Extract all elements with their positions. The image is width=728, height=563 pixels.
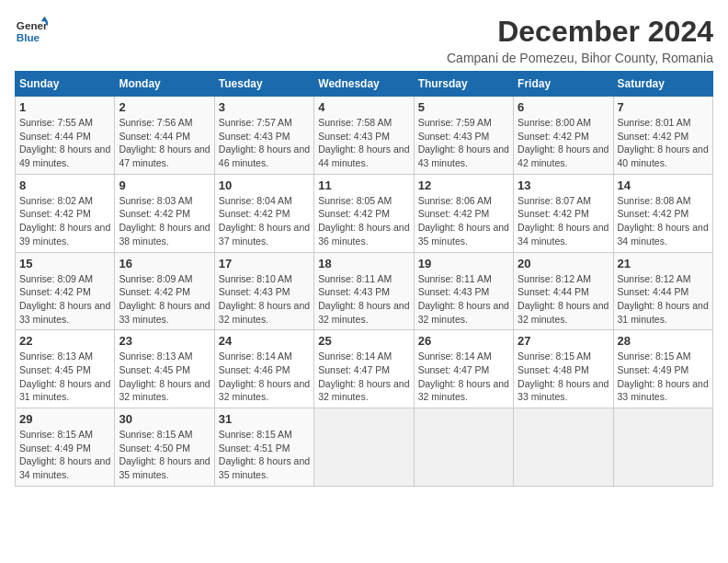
day-number: 31: [219, 412, 310, 426]
table-row: 25 Sunrise: 8:14 AMSunset: 4:47 PMDaylig…: [314, 330, 414, 408]
day-info: Sunrise: 8:08 AMSunset: 4:42 PMDaylight:…: [618, 195, 709, 247]
calendar-row: 29 Sunrise: 8:15 AMSunset: 4:49 PMDaylig…: [16, 408, 713, 487]
calendar-table: Sunday Monday Tuesday Wednesday Thursday…: [15, 71, 713, 487]
calendar-row: 15 Sunrise: 8:09 AMSunset: 4:42 PMDaylig…: [16, 252, 713, 330]
day-info: Sunrise: 8:14 AMSunset: 4:46 PMDaylight:…: [219, 350, 310, 402]
table-row: 2 Sunrise: 7:56 AMSunset: 4:44 PMDayligh…: [115, 97, 214, 175]
table-row: 9 Sunrise: 8:03 AMSunset: 4:42 PMDayligh…: [115, 174, 214, 252]
day-number: 15: [19, 257, 110, 270]
day-number: 6: [518, 100, 609, 114]
table-row: 3 Sunrise: 7:57 AMSunset: 4:43 PMDayligh…: [214, 97, 313, 175]
day-info: Sunrise: 8:09 AMSunset: 4:42 PMDaylight:…: [19, 273, 110, 325]
col-saturday: Saturday: [613, 72, 712, 97]
day-info: Sunrise: 8:03 AMSunset: 4:42 PMDaylight:…: [119, 195, 210, 247]
day-info: Sunrise: 8:11 AMSunset: 4:43 PMDaylight:…: [318, 273, 409, 325]
day-info: Sunrise: 7:58 AMSunset: 4:43 PMDaylight:…: [318, 117, 409, 168]
table-row: 11 Sunrise: 8:05 AMSunset: 4:42 PMDaylig…: [314, 174, 414, 252]
day-info: Sunrise: 8:05 AMSunset: 4:42 PMDaylight:…: [318, 195, 409, 247]
table-row: 12 Sunrise: 8:06 AMSunset: 4:42 PMDaylig…: [414, 174, 513, 252]
day-number: 25: [318, 334, 409, 348]
day-number: 4: [318, 100, 409, 114]
day-number: 2: [119, 100, 210, 114]
table-row: 22 Sunrise: 8:13 AMSunset: 4:45 PMDaylig…: [16, 330, 115, 408]
table-row: 5 Sunrise: 7:59 AMSunset: 4:43 PMDayligh…: [414, 97, 513, 175]
day-number: 26: [418, 334, 509, 348]
col-tuesday: Tuesday: [214, 72, 313, 97]
table-row: 6 Sunrise: 8:00 AMSunset: 4:42 PMDayligh…: [514, 97, 613, 175]
page-subtitle: Campani de Pomezeu, Bihor County, Romani…: [447, 51, 713, 65]
table-row: [414, 408, 513, 487]
table-row: 18 Sunrise: 8:11 AMSunset: 4:43 PMDaylig…: [314, 252, 414, 330]
calendar-row: 22 Sunrise: 8:13 AMSunset: 4:45 PMDaylig…: [16, 330, 713, 408]
day-info: Sunrise: 8:11 AMSunset: 4:43 PMDaylight:…: [418, 273, 509, 325]
day-info: Sunrise: 7:55 AMSunset: 4:44 PMDaylight:…: [19, 117, 110, 168]
table-row: 29 Sunrise: 8:15 AMSunset: 4:49 PMDaylig…: [16, 408, 115, 487]
table-row: 7 Sunrise: 8:01 AMSunset: 4:42 PMDayligh…: [613, 97, 712, 175]
day-number: 23: [119, 334, 210, 348]
svg-text:Blue: Blue: [17, 31, 40, 43]
day-info: Sunrise: 8:07 AMSunset: 4:42 PMDaylight:…: [518, 195, 609, 247]
day-number: 1: [19, 100, 110, 114]
day-number: 10: [219, 178, 310, 192]
table-row: 14 Sunrise: 8:08 AMSunset: 4:42 PMDaylig…: [613, 174, 712, 252]
day-info: Sunrise: 8:12 AMSunset: 4:44 PMDaylight:…: [518, 273, 609, 325]
table-row: 4 Sunrise: 7:58 AMSunset: 4:43 PMDayligh…: [314, 97, 414, 175]
table-row: 21 Sunrise: 8:12 AMSunset: 4:44 PMDaylig…: [613, 252, 712, 330]
day-number: 17: [219, 257, 310, 270]
day-info: Sunrise: 8:01 AMSunset: 4:42 PMDaylight:…: [618, 117, 709, 168]
col-thursday: Thursday: [414, 72, 513, 97]
col-monday: Monday: [115, 72, 214, 97]
table-row: 17 Sunrise: 8:10 AMSunset: 4:43 PMDaylig…: [214, 252, 313, 330]
table-row: 10 Sunrise: 8:04 AMSunset: 4:42 PMDaylig…: [214, 174, 313, 252]
table-row: 16 Sunrise: 8:09 AMSunset: 4:42 PMDaylig…: [115, 252, 214, 330]
day-info: Sunrise: 8:15 AMSunset: 4:49 PMDaylight:…: [19, 429, 110, 480]
day-info: Sunrise: 7:56 AMSunset: 4:44 PMDaylight:…: [119, 117, 210, 168]
day-info: Sunrise: 8:13 AMSunset: 4:45 PMDaylight:…: [119, 350, 210, 402]
day-number: 24: [219, 334, 310, 348]
day-number: 21: [618, 257, 709, 270]
day-info: Sunrise: 8:06 AMSunset: 4:42 PMDaylight:…: [418, 195, 509, 247]
logo-icon: General Blue: [15, 15, 48, 48]
day-number: 28: [618, 334, 709, 348]
day-number: 11: [318, 178, 409, 192]
title-area: December 2024 Campani de Pomezeu, Bihor …: [447, 15, 713, 65]
day-number: 29: [19, 412, 110, 426]
day-number: 20: [518, 257, 609, 270]
col-sunday: Sunday: [16, 72, 115, 97]
day-number: 14: [618, 178, 709, 192]
table-row: 8 Sunrise: 8:02 AMSunset: 4:42 PMDayligh…: [16, 174, 115, 252]
logo: General Blue: [15, 15, 48, 48]
day-info: Sunrise: 8:15 AMSunset: 4:51 PMDaylight:…: [219, 429, 310, 480]
day-number: 12: [418, 178, 509, 192]
table-row: [314, 408, 414, 487]
col-friday: Friday: [514, 72, 613, 97]
day-number: 5: [418, 100, 509, 114]
page-header: General Blue December 2024 Campani de Po…: [15, 15, 713, 65]
day-info: Sunrise: 8:14 AMSunset: 4:47 PMDaylight:…: [318, 350, 409, 402]
day-info: Sunrise: 8:14 AMSunset: 4:47 PMDaylight:…: [418, 350, 509, 402]
table-row: 23 Sunrise: 8:13 AMSunset: 4:45 PMDaylig…: [115, 330, 214, 408]
table-row: 30 Sunrise: 8:15 AMSunset: 4:50 PMDaylig…: [115, 408, 214, 487]
day-info: Sunrise: 8:09 AMSunset: 4:42 PMDaylight:…: [119, 273, 210, 325]
day-info: Sunrise: 8:04 AMSunset: 4:42 PMDaylight:…: [219, 195, 310, 247]
day-info: Sunrise: 8:15 AMSunset: 4:48 PMDaylight:…: [518, 350, 609, 402]
calendar-row: 1 Sunrise: 7:55 AMSunset: 4:44 PMDayligh…: [16, 97, 713, 175]
day-info: Sunrise: 7:59 AMSunset: 4:43 PMDaylight:…: [418, 117, 509, 168]
page-title: December 2024: [447, 15, 713, 49]
day-number: 22: [19, 334, 110, 348]
day-info: Sunrise: 7:57 AMSunset: 4:43 PMDaylight:…: [219, 117, 310, 168]
col-wednesday: Wednesday: [314, 72, 414, 97]
day-number: 9: [119, 178, 210, 192]
table-row: 20 Sunrise: 8:12 AMSunset: 4:44 PMDaylig…: [514, 252, 613, 330]
day-info: Sunrise: 8:15 AMSunset: 4:50 PMDaylight:…: [119, 429, 210, 480]
table-row: 1 Sunrise: 7:55 AMSunset: 4:44 PMDayligh…: [16, 97, 115, 175]
day-info: Sunrise: 8:02 AMSunset: 4:42 PMDaylight:…: [19, 195, 110, 247]
table-row: [514, 408, 613, 487]
day-info: Sunrise: 8:12 AMSunset: 4:44 PMDaylight:…: [618, 273, 709, 325]
day-info: Sunrise: 8:00 AMSunset: 4:42 PMDaylight:…: [518, 117, 609, 168]
day-info: Sunrise: 8:15 AMSunset: 4:49 PMDaylight:…: [618, 350, 709, 402]
day-number: 19: [418, 257, 509, 270]
calendar-row: 8 Sunrise: 8:02 AMSunset: 4:42 PMDayligh…: [16, 174, 713, 252]
table-row: 24 Sunrise: 8:14 AMSunset: 4:46 PMDaylig…: [214, 330, 313, 408]
table-row: 31 Sunrise: 8:15 AMSunset: 4:51 PMDaylig…: [214, 408, 313, 487]
